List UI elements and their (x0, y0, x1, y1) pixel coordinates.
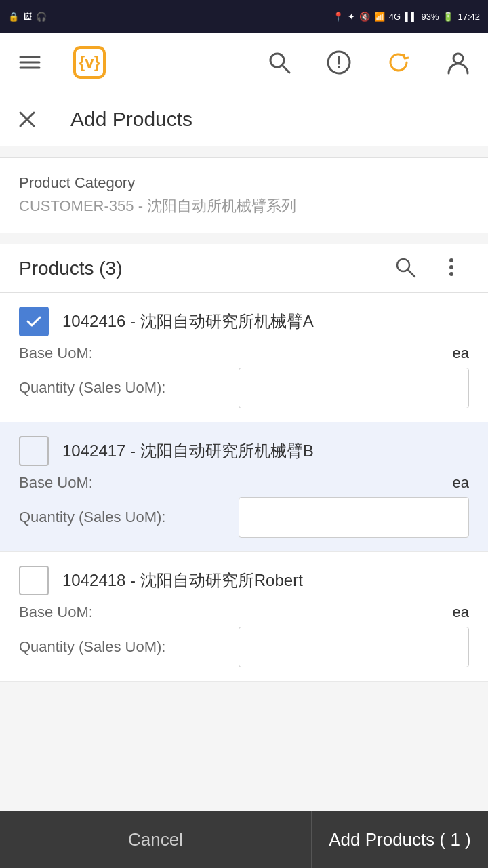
bottom-bar: Cancel Add Products ( 1 ) (0, 811, 488, 868)
top-nav: {v} (0, 33, 488, 92)
status-left: 🔒 🖼 🎧 (8, 12, 47, 22)
base-uom-label-2: Base UoM: (19, 474, 453, 492)
category-section: Product Category CUSTOMER-355 - 沈阳自动所机械臂… (0, 157, 488, 233)
qty-input-2[interactable] (239, 497, 469, 538)
qty-label-3: Quantity (Sales UoM): (19, 638, 239, 656)
qty-label-1: Quantity (Sales UoM): (19, 379, 239, 397)
svg-point-10 (453, 54, 463, 63)
product-item-3: 1042418 - 沈阳自动研究所Robert Base UoM: ea Qua… (0, 552, 488, 682)
close-button[interactable] (0, 92, 54, 146)
base-uom-value-2: ea (453, 474, 469, 492)
alert-button[interactable] (309, 33, 369, 92)
nav-actions (249, 33, 488, 92)
base-uom-value-1: ea (453, 344, 469, 362)
lock-icon: 🔒 (8, 12, 19, 22)
product-item-1: 1042416 - 沈阳自动研究所机械臂A Base UoM: ea Quant… (0, 293, 488, 422)
qty-input-1[interactable] (239, 368, 469, 408)
cancel-button[interactable]: Cancel (0, 811, 312, 868)
svg-point-17 (449, 272, 453, 276)
category-label: Product Category (19, 174, 469, 192)
products-title: Products (3) (19, 258, 388, 279)
products-list: 1042416 - 沈阳自动研究所机械臂A Base UoM: ea Quant… (0, 293, 488, 682)
add-products-button[interactable]: Add Products ( 1 ) (312, 811, 488, 868)
product-name-2: 1042417 - 沈阳自动研究所机械臂B (62, 440, 469, 462)
page-title: Add Products (54, 108, 192, 131)
products-search-button[interactable] (388, 250, 423, 288)
base-uom-value-3: ea (453, 604, 469, 621)
status-bar: 🔒 🖼 🎧 📍 ✦ 🔇 📶 4G ▌▌ 93% 🔋 17:42 (0, 0, 488, 33)
product-item-2: 1042417 - 沈阳自动研究所机械臂B Base UoM: ea Quant… (0, 422, 488, 552)
signal-bars: ▌▌ (405, 12, 417, 22)
base-uom-label-3: Base UoM: (19, 604, 453, 621)
product-checkbox-1[interactable] (19, 307, 49, 336)
category-value: CUSTOMER-355 - 沈阳自动所机械臂系列 (19, 196, 469, 216)
mute-icon: 🔇 (359, 12, 370, 22)
refresh-button[interactable] (369, 33, 428, 92)
headset-icon: 🎧 (36, 12, 47, 22)
svg-point-16 (449, 265, 453, 269)
search-button[interactable] (249, 33, 309, 92)
image-icon: 🖼 (23, 12, 32, 22)
qty-label-2: Quantity (Sales UoM): (19, 509, 239, 526)
svg-point-9 (338, 66, 340, 68)
products-more-button[interactable] (434, 250, 469, 288)
product-name-1: 1042416 - 沈阳自动研究所机械臂A (62, 311, 469, 332)
bluetooth-icon: ✦ (348, 12, 355, 22)
svg-point-15 (449, 258, 453, 262)
page-header: Add Products (0, 92, 488, 146)
network-label: 4G (389, 12, 401, 22)
svg-line-14 (407, 269, 415, 277)
product-checkbox-3[interactable] (19, 566, 49, 595)
location-icon: 📍 (333, 12, 344, 22)
status-right: 📍 ✦ 🔇 📶 4G ▌▌ 93% 🔋 17:42 (333, 12, 480, 22)
svg-text:{v}: {v} (78, 53, 100, 71)
time-label: 17:42 (458, 12, 480, 22)
product-checkbox-2[interactable] (19, 436, 49, 466)
app-logo: {v} (60, 33, 119, 92)
menu-button[interactable] (0, 33, 60, 92)
svg-line-6 (282, 65, 289, 73)
battery-label: 93% (421, 12, 439, 22)
product-name-3: 1042418 - 沈阳自动研究所Robert (62, 570, 469, 591)
base-uom-label-1: Base UoM: (19, 344, 453, 362)
wifi-icon: 📶 (374, 12, 385, 22)
battery-icon: 🔋 (443, 12, 453, 22)
qty-input-3[interactable] (239, 627, 469, 667)
profile-button[interactable] (428, 33, 488, 92)
products-header: Products (3) (0, 244, 488, 293)
